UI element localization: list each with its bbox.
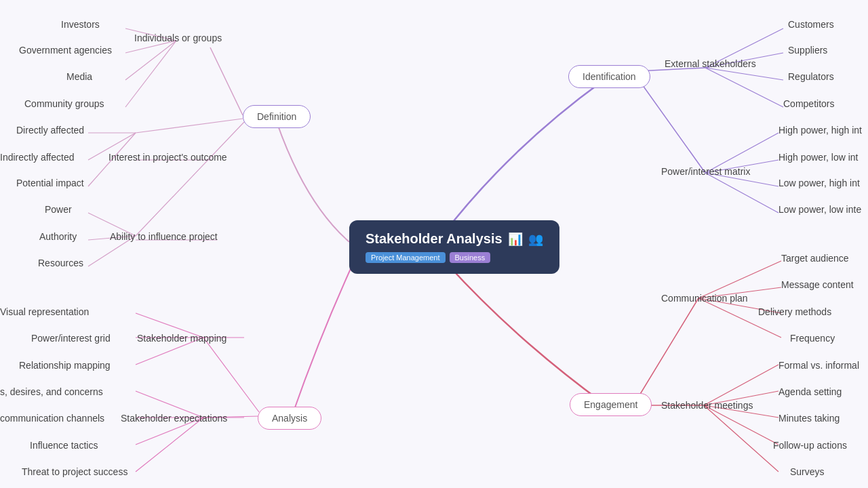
node-gov-agencies: Government agencies (19, 45, 112, 56)
influence-tactics-text: Influence tactics (30, 440, 98, 451)
svg-line-45 (704, 405, 778, 445)
node-target-audience: Target audience (781, 253, 849, 264)
node-community-groups: Community groups (24, 98, 104, 109)
node-power-grid: Power/interest grid (31, 333, 111, 344)
svg-line-5 (136, 119, 243, 133)
stakeholder-mapping-text: Stakeholder mapping (137, 333, 226, 344)
directly-affected-text: Directly affected (16, 125, 84, 136)
svg-line-4 (125, 41, 176, 107)
power-text: Power (45, 204, 72, 215)
authority-text: Authority (39, 231, 77, 242)
frequency-text: Frequency (790, 333, 835, 344)
delivery-methods-text: Delivery methods (758, 306, 831, 317)
node-customers: Customers (788, 19, 834, 30)
center-title: Stakeholder Analysis 📊 👥 (366, 231, 543, 247)
indirectly-affected-text: Indirectly affected (0, 152, 74, 163)
node-visual-rep: Visual representation (0, 306, 89, 317)
low-power-low-int-text: Low power, low inte (778, 204, 861, 215)
external-label-text: External stakeholders (665, 58, 756, 69)
node-potential-impact: Potential impact (16, 178, 84, 188)
node-minutes-taking: Minutes taking (778, 413, 840, 424)
node-low-power-high-int: Low power, high int (778, 178, 860, 188)
regulators-text: Regulators (788, 71, 834, 82)
node-frequency: Frequency (790, 333, 835, 344)
potential-impact-text: Potential impact (16, 178, 84, 188)
suppliers-text: Suppliers (788, 45, 827, 56)
node-media: Media (66, 71, 92, 82)
node-investors: Investors (61, 19, 100, 30)
node-ability-influence: Ability to influence project (110, 231, 218, 242)
low-power-high-int-text: Low power, high int (778, 178, 860, 188)
visual-rep-text: Visual representation (0, 306, 89, 317)
power-matrix-label: Power/interest matrix (661, 166, 750, 177)
svg-line-3 (125, 41, 176, 80)
center-node: Stakeholder Analysis 📊 👥 Project Managem… (349, 220, 559, 274)
node-regulators: Regulators (788, 71, 834, 82)
node-influence-tactics: Influence tactics (30, 440, 98, 451)
node-stakeholder-expectations: Stakeholder expectations (121, 413, 227, 424)
node-followup-actions: Follow-up actions (773, 440, 847, 451)
node-low-power-low-int: Low power, low inte (778, 204, 861, 215)
engagement-label[interactable]: Engagement (570, 393, 652, 416)
community-groups-text: Community groups (24, 98, 104, 109)
high-power-high-int-text: High power, high int (778, 125, 862, 136)
individuals-text: Individuals or groups (134, 33, 222, 43)
svg-line-0 (210, 47, 243, 115)
svg-line-42 (704, 365, 778, 405)
node-desires-concerns: s, desires, and concerns (0, 386, 103, 397)
individuals-label: Individuals or groups (134, 33, 222, 43)
followup-actions-text: Follow-up actions (773, 440, 847, 451)
surveys-text: Surveys (790, 466, 825, 477)
competitors-text: Competitors (783, 98, 834, 109)
investors-text: Investors (61, 19, 100, 30)
high-power-low-int-text: High power, low int (778, 152, 859, 163)
comm-plan-label: Communication plan (661, 293, 748, 304)
node-resources: Resources (38, 258, 83, 268)
desires-concerns-text: s, desires, and concerns (0, 386, 103, 397)
node-authority: Authority (39, 231, 77, 242)
tag-business[interactable]: Business (450, 252, 491, 263)
interest-outcome-text: Interest in project's outcome (108, 152, 227, 163)
svg-line-29 (705, 68, 783, 80)
formal-informal-text: Formal vs. informal (778, 360, 859, 371)
comm-plan-text: Communication plan (661, 293, 748, 304)
threat-project-text: Threat to project success (22, 466, 127, 477)
node-competitors: Competitors (783, 98, 834, 109)
chart-icon: 📊 (508, 232, 523, 247)
identification-label[interactable]: Identification (568, 65, 650, 88)
external-stakeholders-label: External stakeholders (665, 58, 756, 69)
node-relationship-mapping: Relationship mapping (19, 360, 111, 371)
resources-text: Resources (38, 258, 83, 268)
node-threat-project: Threat to project success (22, 466, 127, 477)
target-audience-text: Target audience (781, 253, 849, 264)
engagement-box[interactable]: Engagement (570, 393, 652, 416)
node-interest-outcome: Interest in project's outcome (108, 152, 227, 163)
tag-project-management[interactable]: Project Management (366, 252, 446, 263)
gov-agencies-text: Government agencies (19, 45, 112, 56)
svg-line-30 (705, 68, 783, 107)
definition-label[interactable]: Definition (243, 105, 311, 128)
node-directly-affected: Directly affected (16, 125, 84, 136)
node-high-power-high-int: High power, high int (778, 125, 862, 136)
node-agenda-setting: Agenda setting (778, 386, 842, 397)
identification-box[interactable]: Identification (568, 65, 650, 88)
node-suppliers: Suppliers (788, 45, 827, 56)
node-indirectly-affected: Indirectly affected (0, 152, 74, 163)
people-icon: 👥 (528, 232, 543, 247)
svg-line-46 (704, 405, 778, 472)
analysis-label[interactable]: Analysis (258, 407, 321, 430)
power-grid-text: Power/interest grid (31, 333, 111, 344)
node-delivery-methods: Delivery methods (758, 306, 831, 317)
analysis-box[interactable]: Analysis (258, 407, 321, 430)
definition-box[interactable]: Definition (243, 105, 311, 128)
node-message-content: Message content (781, 279, 854, 290)
svg-line-24 (136, 418, 203, 472)
node-high-power-low-int: High power, low int (778, 152, 859, 163)
svg-line-15 (203, 338, 259, 412)
message-content-text: Message content (781, 279, 854, 290)
node-surveys: Surveys (790, 466, 825, 477)
node-comm-channels: communication channels (0, 413, 104, 424)
svg-line-36 (637, 298, 698, 399)
svg-line-35 (705, 173, 778, 213)
power-matrix-text: Power/interest matrix (661, 166, 750, 177)
